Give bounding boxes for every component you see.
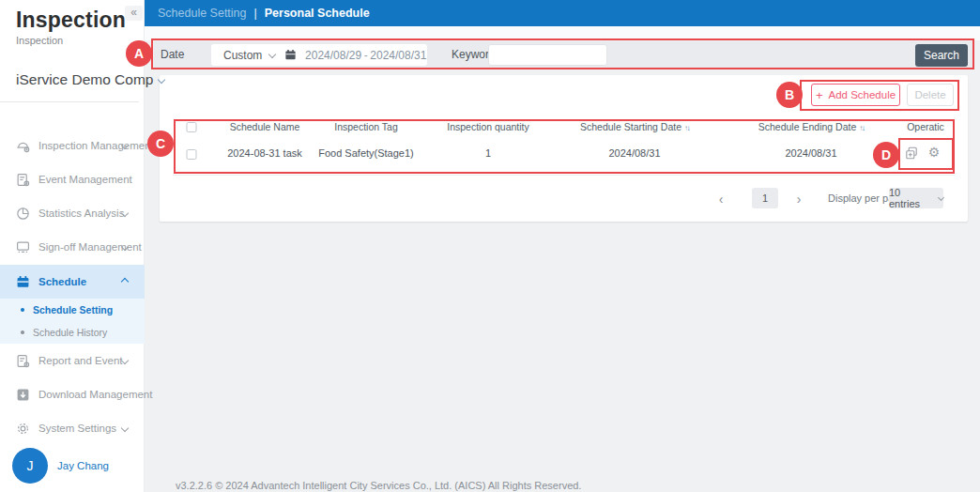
- sidebar-item-system-settings[interactable]: System Settings: [0, 411, 145, 445]
- column-header-label: Schedule Ending Date: [758, 121, 857, 132]
- event-management-icon: [16, 173, 30, 187]
- sidebar-subitem-schedule-setting[interactable]: Schedule Setting: [0, 299, 145, 321]
- sidebar-item-statistics-analysis[interactable]: Statistics Analysis: [0, 196, 145, 230]
- sidebar: Inspection Inspection « iService Demo Co…: [0, 0, 145, 492]
- statistics-analysis-icon: [16, 207, 30, 221]
- bullet-icon: [21, 331, 24, 334]
- date-separator: -: [362, 49, 370, 62]
- start-date-value[interactable]: 2024/08/29: [304, 49, 361, 62]
- select-all-checkbox[interactable]: [187, 122, 197, 132]
- inspection-management-icon: [16, 139, 30, 153]
- calendar-icon: [284, 49, 297, 61]
- chevron-down-icon: [158, 76, 165, 84]
- sidebar-divider: [0, 101, 139, 102]
- sidebar-subitem-schedule-history[interactable]: Schedule History: [0, 321, 145, 344]
- search-toolbar: Date Custom 2024/08/29 - 2024/08/31 Keyw…: [154, 41, 972, 69]
- footer-copyright: v3.2.2.6 © 2024 Advantech Intelligent Ci…: [176, 480, 581, 491]
- schedule-submenu: Schedule Setting Schedule History: [0, 299, 145, 344]
- sidebar-item-sign-off-management[interactable]: Sign-off Management: [0, 230, 145, 264]
- page-header: Schedule Setting | Personal Schedule: [145, 0, 980, 26]
- delete-button[interactable]: Delete: [907, 84, 954, 106]
- avatar: J: [12, 448, 48, 484]
- user-account[interactable]: J Jay Chang: [0, 445, 145, 486]
- app-title: Inspection: [16, 8, 126, 33]
- chevron-up-icon: [121, 278, 129, 285]
- header-spacer: [145, 26, 980, 40]
- sidebar-item-label: Event Management: [38, 174, 132, 185]
- collapse-icon: «: [130, 6, 137, 19]
- cell-schedule-starting-date: 2024/08/31: [608, 147, 660, 159]
- subitem-label: Schedule Setting: [33, 304, 113, 315]
- sidebar-item-event-management[interactable]: Event Management: [0, 162, 145, 196]
- plus-icon: +: [816, 88, 823, 102]
- copy-icon[interactable]: [905, 146, 918, 160]
- delete-label: Delete: [914, 89, 945, 100]
- row-checkbox[interactable]: [187, 149, 197, 160]
- app-screen: Inspection Inspection « iService Demo Co…: [0, 0, 980, 492]
- entries-value: 10 entries: [889, 187, 934, 209]
- chevron-down-icon: [938, 193, 944, 200]
- entries-per-page-select[interactable]: 10 entries: [889, 188, 943, 208]
- date-label: Date: [161, 41, 184, 69]
- chevron-down-icon: [121, 424, 129, 432]
- sidebar-item-label: Statistics Analysis: [38, 208, 124, 219]
- sort-icon[interactable]: ↑↓: [859, 124, 864, 132]
- add-schedule-label: Add Schedule: [828, 89, 896, 100]
- date-range-type-select[interactable]: Custom: [223, 49, 268, 62]
- sidebar-item-label: Schedule: [38, 276, 86, 287]
- cell-inspection-tag: Food Safety(Stage1): [318, 147, 414, 159]
- download-management-icon: [16, 388, 30, 402]
- search-button[interactable]: Search: [915, 44, 968, 67]
- column-header-label: Schedule Starting Date: [580, 121, 681, 132]
- add-schedule-button[interactable]: + Add Schedule: [811, 84, 900, 106]
- next-page-icon[interactable]: ›: [797, 192, 802, 207]
- sidebar-item-inspection-management[interactable]: Inspection Management: [0, 129, 145, 162]
- page-number-button[interactable]: 1: [752, 188, 778, 208]
- column-header-inspection-quantity[interactable]: Inspection quantity: [447, 121, 529, 132]
- sidebar-item-label: System Settings: [38, 423, 116, 434]
- report-and-event-icon: [16, 354, 30, 368]
- column-header-schedule-starting-date[interactable]: Schedule Starting Date↑↓: [580, 121, 689, 132]
- sidebar-item-schedule[interactable]: Schedule: [0, 265, 145, 299]
- previous-page-icon[interactable]: ‹: [719, 192, 724, 207]
- sidebar-item-download-management[interactable]: Download Management: [0, 377, 145, 411]
- sidebar-item-label: Inspection Management: [38, 140, 154, 151]
- cell-schedule-ending-date: 2024/08/31: [785, 147, 836, 159]
- sidebar-item-label: Download Management: [38, 389, 152, 400]
- end-date-value[interactable]: 2024/08/31: [370, 49, 427, 62]
- company-selector[interactable]: iService Demo Comp: [16, 71, 164, 88]
- schedule-card: + Add Schedule Delete Schedule Name Insp…: [160, 75, 968, 222]
- sign-off-management-icon: [16, 240, 30, 254]
- system-settings-icon: [16, 422, 30, 436]
- sidebar-collapse-button[interactable]: «: [125, 6, 143, 21]
- breadcrumb-separator: |: [254, 7, 257, 20]
- keywords-input[interactable]: [488, 44, 607, 66]
- column-header-schedule-ending-date[interactable]: Schedule Ending Date↑↓: [758, 121, 865, 132]
- bullet-icon: [21, 308, 24, 312]
- column-header-operation: Operatic: [907, 121, 944, 132]
- column-header-schedule-name[interactable]: Schedule Name: [230, 121, 300, 132]
- date-range-picker[interactable]: Custom 2024/08/29 - 2024/08/31: [211, 44, 427, 66]
- row-divider: [173, 175, 955, 176]
- column-header-inspection-tag[interactable]: Inspection Tag: [334, 121, 398, 132]
- app-subtitle: Inspection: [16, 35, 63, 46]
- sidebar-item-label: Report and Event: [38, 355, 123, 366]
- cell-inspection-quantity: 1: [485, 147, 491, 159]
- breadcrumb-parent[interactable]: Schedule Setting: [158, 7, 247, 20]
- breadcrumb-current: Personal Schedule: [265, 7, 370, 20]
- subitem-label: Schedule History: [33, 327, 107, 338]
- schedule-icon: [16, 275, 30, 289]
- user-name: Jay Chang: [57, 460, 109, 471]
- gear-icon[interactable]: ⚙: [928, 145, 941, 160]
- sidebar-item-report-and-event[interactable]: Report and Event: [0, 344, 145, 377]
- chevron-down-icon: [268, 50, 276, 57]
- cell-schedule-name: 2024-08-31 task: [227, 147, 302, 159]
- sort-icon[interactable]: ↑↓: [684, 124, 689, 132]
- company-name: iService Demo Comp: [16, 71, 153, 87]
